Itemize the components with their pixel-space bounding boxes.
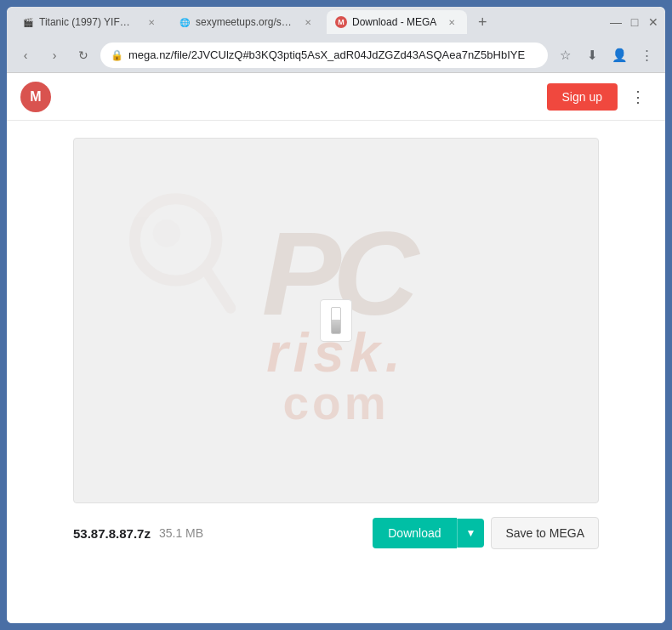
mega-logo[interactable]: M: [20, 82, 51, 112]
minimize-button[interactable]: —: [611, 17, 621, 27]
download-chevron-button[interactable]: ▼: [457, 519, 485, 548]
magnifier-watermark: [121, 185, 240, 321]
save-to-mega-button[interactable]: Save to MEGA: [491, 517, 599, 549]
page-content: M Sign up ⋮: [7, 73, 665, 623]
tab-mega-close[interactable]: ✕: [445, 15, 458, 29]
tab-mega[interactable]: M Download - MEGA ✕: [327, 10, 467, 34]
chevron-down-icon: ▼: [466, 527, 476, 539]
profile-icon[interactable]: 👤: [607, 43, 631, 67]
download-toolbar-icon[interactable]: ⬇: [580, 43, 604, 67]
file-size: 35.1 MB: [159, 526, 203, 540]
wm-com-text: com: [282, 380, 389, 427]
tab-sex-close[interactable]: ✕: [301, 15, 315, 29]
file-preview: PC risk. com: [73, 138, 599, 503]
title-bar: 🎬 Titanic (1997) YIFY - Download ✕ 🌐 sex…: [7, 7, 665, 37]
toolbar-icons: ☆ ⬇ 👤 ⋮: [553, 43, 658, 67]
window-controls: — □ ✕: [611, 17, 658, 27]
browser-window: 🎬 Titanic (1997) YIFY - Download ✕ 🌐 sex…: [5, 5, 667, 625]
address-bar: ‹ › ↻ 🔒 mega.nz/file/2JVCUlzQ#b3KQ3ptiq5…: [7, 37, 665, 73]
download-button[interactable]: Download: [373, 518, 456, 548]
tab-sex-favicon: 🌐: [179, 16, 191, 28]
maximize-button[interactable]: □: [629, 17, 640, 27]
file-info-row: 53.87.8.87.7z 35.1 MB Download ▼ Save to…: [73, 517, 599, 549]
mega-menu-button[interactable]: ⋮: [624, 83, 652, 111]
forward-button[interactable]: ›: [43, 43, 66, 67]
file-area: PC risk. com 53.87.8.87.7z 35.1 MB D: [7, 121, 665, 566]
close-button[interactable]: ✕: [648, 17, 658, 27]
mega-header-right: Sign up ⋮: [547, 83, 652, 111]
signup-button[interactable]: Sign up: [547, 83, 618, 111]
file-name: 53.87.8.87.7z: [73, 526, 151, 541]
svg-line-1: [206, 270, 231, 308]
tab-sex-label: sexymeetups.org/ss.php: [196, 16, 293, 28]
tab-sex[interactable]: 🌐 sexymeetups.org/ss.php ✕: [170, 10, 323, 34]
svg-point-0: [134, 199, 216, 281]
back-button[interactable]: ‹: [14, 43, 37, 67]
menu-icon[interactable]: ⋮: [635, 43, 658, 67]
tab-titanic-favicon: 🎬: [22, 16, 34, 28]
tab-titanic-close[interactable]: ✕: [145, 15, 158, 29]
lock-icon: 🔒: [111, 49, 123, 61]
mega-header: M Sign up ⋮: [7, 73, 665, 121]
tab-titanic[interactable]: 🎬 Titanic (1997) YIFY - Download ✕: [14, 10, 167, 34]
bookmark-icon[interactable]: ☆: [553, 43, 577, 67]
svg-point-2: [153, 219, 180, 247]
loading-bar: [331, 307, 341, 334]
tab-mega-favicon: M: [335, 16, 347, 28]
tab-mega-label: Download - MEGA: [352, 16, 436, 28]
tab-titanic-label: Titanic (1997) YIFY - Download: [39, 16, 136, 28]
address-text: mega.nz/file/2JVCUlzQ#b3KQ3ptiq5AsX_adR0…: [128, 48, 538, 61]
loading-icon: [320, 299, 352, 342]
file-actions: Download ▼ Save to MEGA: [373, 517, 599, 549]
loading-bar-fill: [332, 320, 340, 334]
address-bar-input[interactable]: 🔒 mega.nz/file/2JVCUlzQ#b3KQ3ptiq5AsX_ad…: [100, 43, 548, 68]
new-tab-button[interactable]: +: [470, 10, 494, 34]
refresh-button[interactable]: ↻: [71, 43, 95, 67]
